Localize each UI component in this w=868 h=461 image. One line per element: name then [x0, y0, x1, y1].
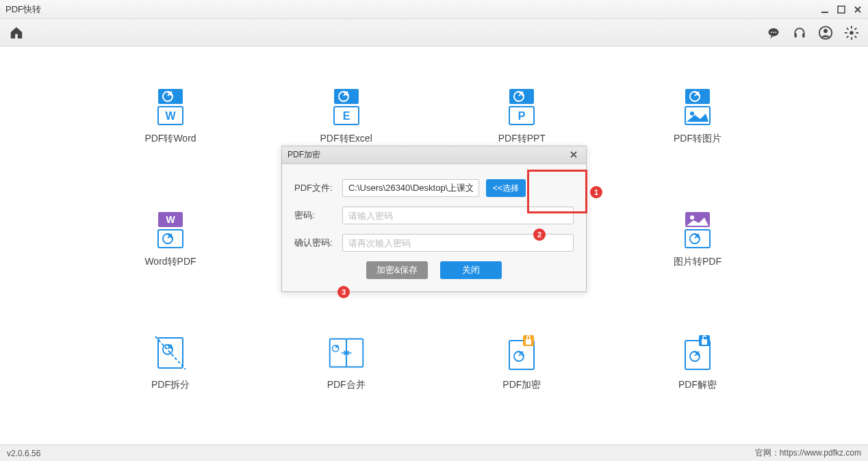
pdf2img-icon — [678, 88, 717, 126]
svg-point-10 — [850, 31, 854, 35]
svg-rect-19 — [158, 89, 183, 104]
tool-label: PDF加密 — [502, 379, 541, 391]
user-icon[interactable] — [817, 25, 834, 41]
tool-label: PDF转PPT — [498, 133, 546, 145]
svg-point-3 — [771, 31, 772, 33]
pdf2word-icon: W — [151, 88, 190, 126]
tool-pdf2img[interactable]: PDF转图片 — [633, 88, 763, 190]
statusbar: v2.0.6.56 官网：https://www.pdfkz.com — [0, 445, 868, 461]
tool-pdfmerge[interactable]: PDF合并 — [281, 334, 411, 436]
svg-rect-22 — [334, 89, 359, 104]
dialog-close-button[interactable] — [567, 149, 580, 161]
svg-rect-28 — [685, 89, 710, 104]
maximize-button[interactable] — [837, 5, 846, 14]
tool-label: PDF拆分 — [151, 379, 190, 391]
svg-rect-1 — [838, 6, 845, 13]
tool-pdfdecrypt[interactable]: PDF解密 — [633, 334, 763, 436]
svg-rect-16 — [846, 35, 849, 38]
tool-label: PDF转Word — [144, 133, 196, 145]
version-label: v2.0.6.56 — [7, 449, 755, 458]
dialog-title: PDF加密 — [288, 149, 567, 161]
pdf2ppt-icon: P — [502, 88, 541, 126]
pdfdecrypt-icon — [678, 334, 717, 372]
svg-text:W: W — [165, 110, 176, 122]
svg-rect-17 — [846, 27, 849, 30]
svg-rect-7 — [802, 33, 804, 37]
password-label: 密码: — [294, 209, 342, 222]
svg-text:W: W — [166, 214, 175, 225]
tool-img2pdf[interactable]: 图片转PDF — [633, 211, 763, 313]
window-titlebar: PDF快转 — [0, 0, 868, 19]
tool-word2pdf[interactable]: W Word转PDF — [105, 211, 235, 313]
pdf2excel-icon: E — [327, 88, 366, 126]
svg-rect-11 — [851, 25, 852, 28]
pdfencrypt-icon — [502, 334, 541, 372]
encrypt-save-button[interactable]: 加密&保存 — [366, 261, 428, 279]
minimize-button[interactable] — [820, 5, 830, 14]
confirm-password-label: 确认密码: — [294, 237, 342, 249]
svg-point-5 — [775, 31, 776, 33]
pdfmerge-icon — [327, 334, 366, 372]
window-title: PDF快转 — [5, 3, 820, 16]
tool-label: PDF转图片 — [674, 133, 722, 145]
svg-rect-12 — [851, 37, 852, 40]
svg-rect-6 — [795, 33, 797, 37]
tool-label: PDF解密 — [678, 379, 717, 391]
website-link[interactable]: 官网：https://www.pdfkz.com — [755, 447, 861, 459]
svg-rect-42 — [685, 230, 710, 248]
chat-icon[interactable] — [765, 25, 782, 41]
close-button[interactable] — [853, 5, 863, 14]
home-icon[interactable] — [8, 25, 25, 41]
tool-label: 图片转PDF — [674, 256, 722, 268]
confirm-password-input[interactable] — [342, 234, 574, 252]
gear-icon[interactable] — [843, 25, 860, 41]
svg-rect-25 — [509, 89, 534, 104]
word2pdf-icon: W — [151, 211, 190, 249]
svg-rect-18 — [854, 35, 857, 38]
pdfsplit-icon — [151, 334, 190, 372]
svg-rect-14 — [856, 32, 858, 34]
svg-point-9 — [824, 29, 828, 33]
tool-pdf2word[interactable]: W PDF转Word — [105, 88, 235, 190]
encrypt-dialog: PDF加密 PDF文件: <<选择 密码: 确认密码: 加密&保存 关闭 — [281, 146, 587, 292]
tool-pdfsplit[interactable]: PDF拆分 — [105, 334, 235, 436]
tool-label: Word转PDF — [144, 256, 196, 268]
select-file-button[interactable]: <<选择 — [486, 179, 526, 197]
tool-label: PDF转Excel — [320, 133, 372, 145]
svg-rect-13 — [845, 32, 847, 34]
svg-point-4 — [773, 31, 774, 33]
toolbar — [0, 19, 868, 47]
svg-rect-0 — [821, 12, 828, 13]
svg-rect-33 — [158, 230, 183, 248]
tool-pdfencrypt[interactable]: PDF加密 — [457, 334, 587, 436]
svg-text:P: P — [518, 110, 526, 122]
file-label: PDF文件: — [294, 182, 342, 194]
password-input[interactable] — [342, 207, 574, 224]
svg-point-41 — [690, 215, 694, 220]
svg-rect-51 — [702, 339, 707, 345]
dialog-body: PDF文件: <<选择 密码: 确认密码: 加密&保存 关闭 — [282, 164, 586, 291]
dialog-header: PDF加密 — [282, 146, 586, 164]
svg-rect-15 — [854, 27, 857, 30]
svg-rect-48 — [526, 339, 531, 345]
window-controls — [820, 5, 863, 14]
dialog-close-action-button[interactable]: 关闭 — [440, 261, 502, 279]
tool-label: PDF合并 — [327, 379, 366, 391]
svg-text:E: E — [342, 110, 350, 122]
svg-point-30 — [690, 111, 694, 116]
img2pdf-icon — [678, 211, 717, 249]
file-input[interactable] — [342, 179, 479, 197]
headphones-icon[interactable] — [791, 25, 808, 41]
